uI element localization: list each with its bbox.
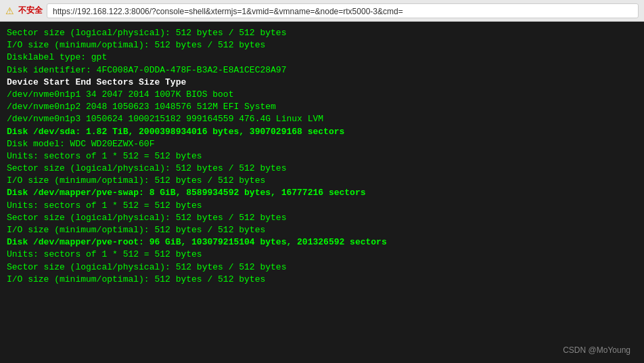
terminal-line: Units: sectors of 1 * 512 = 512 bytes: [7, 150, 637, 163]
terminal-line: Disk /dev/sda: 1.82 TiB, 2000398934016 b…: [7, 126, 637, 138]
terminal-line: Disk /dev/mapper/pve-swap: 8 GiB, 858993…: [7, 187, 637, 199]
watermark: CSDN @MoYoung: [563, 345, 630, 356]
terminal-line: /dev/nvme0n1p3 1050624 1000215182 999164…: [7, 113, 637, 125]
url-bar[interactable]: https://192.168.122.3:8006/?console=shel…: [47, 3, 639, 18]
terminal-line: /dev/nvme0n1p2 2048 1050623 1048576 512M…: [7, 101, 637, 113]
terminal-line: I/O size (minimum/optimal): 512 bytes / …: [7, 274, 637, 286]
terminal-line: Sector size (logical/physical): 512 byte…: [7, 163, 637, 175]
terminal-line: I/O size (minimum/optimal): 512 bytes / …: [7, 175, 637, 187]
terminal-line: Device Start End Sectors Size Type: [7, 77, 637, 89]
warning-icon: ⚠: [5, 5, 14, 16]
insecure-label: 不安全: [18, 5, 43, 16]
terminal-content: Sector size (logical/physical): 512 byte…: [7, 27, 637, 286]
terminal-line: Disk identifier: 4FC008A7-0DDA-478F-B3A2…: [7, 64, 637, 77]
terminal-line: Sector size (logical/physical): 512 byte…: [7, 27, 637, 39]
terminal-line: Units: sectors of 1 * 512 = 512 bytes: [7, 200, 637, 212]
terminal-line: I/O size (minimum/optimal): 512 bytes / …: [7, 39, 637, 51]
terminal-line: /dev/nvme0n1p1 34 2047 2014 1007K BIOS b…: [7, 89, 637, 101]
terminal-line: I/O size (minimum/optimal): 512 bytes / …: [7, 224, 637, 236]
browser-bar: ⚠ 不安全 https://192.168.122.3:8006/?consol…: [0, 0, 644, 22]
terminal-line: Disk model: WDC WD20EZWX-60F: [7, 138, 637, 150]
terminal[interactable]: Sector size (logical/physical): 512 byte…: [0, 22, 644, 363]
terminal-line: Disk /dev/mapper/pve-root: 96 GiB, 10307…: [7, 236, 637, 249]
terminal-line: Disklabel type: gpt: [7, 51, 637, 64]
terminal-line: Sector size (logical/physical): 512 byte…: [7, 261, 637, 274]
terminal-line: Units: sectors of 1 * 512 = 512 bytes: [7, 249, 637, 261]
terminal-line: Sector size (logical/physical): 512 byte…: [7, 212, 637, 224]
